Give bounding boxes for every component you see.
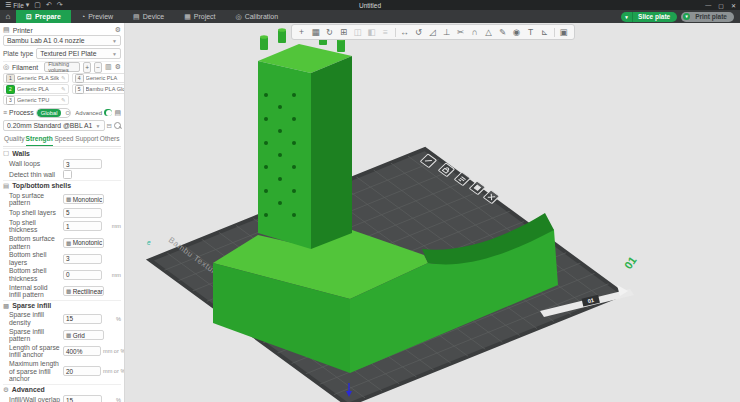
printer-preset-combo[interactable]: Bambu Lab A1 0.4 nozzle ▼ [3,35,121,46]
section-header-sparse-infill[interactable]: ▩Sparse infill [3,300,121,311]
maximize-icon[interactable]: ▢ [718,2,724,9]
section-header-walls[interactable]: ▢Walls [3,148,121,159]
filament-item[interactable]: 3Generic TPU✎ [3,95,69,105]
param-row-maximum-length-of-sparse-infill-anchor: Maximum length of sparse infill anchor20… [9,360,121,383]
input-bottom-shell-thickness[interactable]: 0 [63,270,102,280]
tab-preview[interactable]: ◔Preview [71,10,123,23]
filament-edit-icon[interactable]: ✎ [61,97,66,103]
add-plate-icon[interactable]: ▦ [309,26,323,39]
ams-sync-icon[interactable]: ▥ [105,63,112,71]
checkbox-detect-thin-wall[interactable] [63,170,72,179]
printer-settings-gear-icon[interactable]: ⚙ [115,26,121,34]
filament-item[interactable]: 1Generic PLA Silk✎ [3,73,69,83]
mesh-boolean-icon[interactable]: ∩ [468,26,482,39]
color-painting-icon[interactable]: ✎ [496,26,510,39]
filament-item[interactable]: 2Generic PLA✎ [3,84,69,94]
slice-plate-button[interactable]: ▾ Slice plate [621,12,677,22]
input-top-shell-thickness[interactable]: 1 [63,221,102,231]
toolbar-separator [554,28,555,37]
add-icon[interactable]: + [295,26,309,39]
scope-global[interactable]: Global [37,109,62,117]
section-header-advanced[interactable]: ⚙Advanced [3,384,121,395]
input-top-shell-layers[interactable]: 5 [63,208,102,218]
measure-icon[interactable]: ⊾ [538,26,552,39]
slice-options-chevron-icon[interactable]: ▾ [621,12,633,22]
param-label: Maximum length of sparse infill anchor [9,360,63,383]
input-sparse-infill-density[interactable]: 15 [63,314,102,324]
viewport-3d[interactable]: +▦↻⊞◫◧≡↔↺◿⊥✂∩△✎◉T⊾▣ 01 Bambu Textured PE… [125,23,740,402]
add-filament-button[interactable]: + [83,62,91,73]
input-value: 0 [66,271,70,278]
project-icon: ▦ [184,13,191,21]
combo-sparse-infill-pattern[interactable]: ▩Grid [63,330,104,340]
flushing-volumes-button[interactable]: Flushing volumes [44,62,80,72]
param-tab-strength[interactable]: Strength [26,133,53,146]
param-control: ▩Monotonic [63,194,121,204]
input-maximum-length-of-sparse-infill-anchor[interactable]: 20 [63,366,101,376]
input-bottom-shell-layers[interactable]: 3 [63,254,102,264]
filament-edit-icon[interactable]: ✎ [61,86,66,92]
combo-internal-solid-infill-pattern[interactable]: ▩Rectilinear [63,286,104,296]
process-preset-combo[interactable]: 0.20mm Standard @BBL A1 ▼ [3,120,105,131]
text-icon[interactable]: T [524,26,538,39]
input-infill-wall-overlap[interactable]: 15 [63,395,102,402]
param-tab-quality[interactable]: Quality [3,133,26,146]
filament-settings-gear-icon[interactable]: ⚙ [115,63,121,71]
param-unit: mm or % [103,348,121,354]
param-sections: ▢WallsWall loops3Detect thin wall▤Top/bo… [3,148,121,402]
filament-name: Generic PLA Silk [17,75,59,81]
combo-bottom-surface-pattern[interactable]: ▩Monotonic [63,238,104,248]
minimize-icon[interactable]: — [705,2,711,8]
move-icon[interactable]: ↔ [398,26,412,39]
section-header-top-bottom-shells[interactable]: ▤Top/bottom shells [3,180,121,191]
input-wall-loops[interactable]: 3 [63,159,102,169]
prepare-icon: ⊡ [26,13,32,21]
objects-panel-icon[interactable]: ▤ [114,109,121,117]
param-control: 0mm [63,270,121,280]
combo-value: Monotonic [73,239,103,246]
delete-preset-icon[interactable]: ⊟ [107,122,112,130]
tab-calibration[interactable]: ◎Calibration [226,10,289,23]
tab-device[interactable]: ▤Device [123,10,174,23]
tab-prepare[interactable]: ⊡Prepare [16,10,71,23]
search-preset-icon[interactable] [114,122,121,129]
filament-edit-icon[interactable]: ✎ [61,75,66,81]
filament-item[interactable]: 5Bambu PLA Glow✎ [72,84,125,94]
cut-icon[interactable]: ✂ [454,26,468,39]
home-icon[interactable]: ⌂ [0,10,16,23]
combo-top-surface-pattern[interactable]: ▩Monotonic [63,194,104,204]
param-tab-others[interactable]: Others [98,133,121,146]
tab-project[interactable]: ▦Project [174,10,225,23]
place-on-face-icon[interactable]: ⊥ [440,26,454,39]
scope-objects[interactable]: Objects [61,109,71,117]
filament-header-label: Filament [12,64,38,71]
support-painting-icon[interactable]: △ [482,26,496,39]
print-options-chevron-icon[interactable]: ▾ [683,13,690,20]
scene-canvas[interactable]: 01 Bambu Textured PEI Plate 01 e [125,23,740,402]
param-tab-speed[interactable]: Speed [53,133,76,146]
filament-number: 2 [6,85,15,94]
auto-orient-icon[interactable]: ↻ [323,26,337,39]
section-title: Walls [12,150,30,157]
param-control: 20mm or % [63,366,121,376]
process-scope-switch[interactable]: Global Objects [36,108,72,118]
tab-label: Device [143,13,164,20]
filament-item[interactable]: 4Generic PLA✎ [72,73,125,83]
advanced-toggle[interactable] [104,109,112,116]
remove-filament-button[interactable]: − [94,62,102,73]
assembly-view-icon[interactable]: ▣ [557,26,571,39]
param-unit: % [104,316,121,322]
rotate-icon[interactable]: ↺ [412,26,426,39]
filament-list: 1Generic PLA Silk✎2Generic PLA✎3Generic … [3,73,121,105]
input-value: 3 [66,161,70,168]
param-row-top-shell-layers: Top shell layers5 [9,208,121,218]
seam-painting-icon[interactable]: ◉ [510,26,524,39]
close-icon[interactable]: ✕ [731,2,736,9]
input-length-of-sparse-infill-anchor[interactable]: 400% [63,346,101,356]
print-plate-button[interactable]: ▾ Print plate [681,12,734,22]
plate-type-combo[interactable]: Textured PEI Plate ▼ [36,48,121,59]
param-control: ▩Rectilinear [63,286,121,296]
arrange-icon[interactable]: ⊞ [337,26,351,39]
scale-icon[interactable]: ◿ [426,26,440,39]
param-tab-support[interactable]: Support [75,133,98,146]
